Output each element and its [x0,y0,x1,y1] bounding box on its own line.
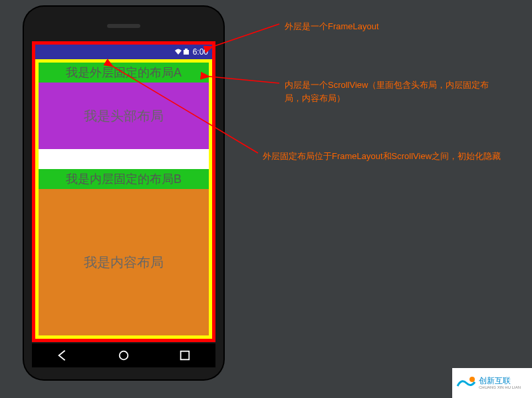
content-layout: 我是内容布局 [39,189,209,335]
battery-icon [184,49,190,55]
watermark-logo: 创新互联 CHUANG XIN HU LIAN [452,368,532,398]
watermark-brand: 创新互联 [479,377,521,385]
gap [39,149,209,169]
annotation-framelayout: 外层是一个FrameLayout [285,20,379,33]
phone-mockup: 6:00 我是外层固定的布局A 我是头部布局 我是内层固定的布局B 我是内容布局 [24,7,223,379]
recent-icon[interactable] [179,349,191,361]
watermark-text-wrap: 创新互联 CHUANG XIN HU LIAN [479,377,521,389]
svg-point-7 [469,377,475,382]
watermark-icon [455,373,476,394]
svg-rect-1 [185,49,188,50]
back-icon[interactable] [57,349,68,361]
svg-rect-3 [181,351,190,360]
wifi-icon [174,49,182,55]
home-icon[interactable] [118,349,130,361]
screen: 6:00 我是外层固定的布局A 我是头部布局 我是内层固定的布局B 我是内容布局 [32,41,215,342]
status-time: 6:00 [193,47,208,57]
outer-fixed-layout-a: 我是外层固定的布局A [39,63,209,83]
status-icons [174,49,190,55]
inner-fixed-layout-b: 我是内层固定的布局B [39,169,209,189]
annotation-fixed-hidden: 外层固定布局位于FrameLayout和ScrollView之间，初始化隐藏 [263,150,529,163]
frame-layout-outline: 6:00 我是外层固定的布局A 我是头部布局 我是内层固定的布局B 我是内容布局 [32,41,215,342]
nav-bar [32,343,215,367]
speaker-slit [107,24,140,28]
header-layout: 我是头部布局 [39,83,209,149]
watermark-sub: CHUANG XIN HU LIAN [479,385,521,389]
scroll-view-outline: 我是外层固定的布局A 我是头部布局 我是内层固定的布局B 我是内容布局 [35,59,212,339]
svg-point-2 [120,351,128,360]
svg-rect-0 [184,50,189,55]
status-bar: 6:00 [35,45,212,59]
annotation-scrollview: 内层是一个ScrollView（里面包含头布局，内层固定布局，内容布局） [285,79,504,104]
